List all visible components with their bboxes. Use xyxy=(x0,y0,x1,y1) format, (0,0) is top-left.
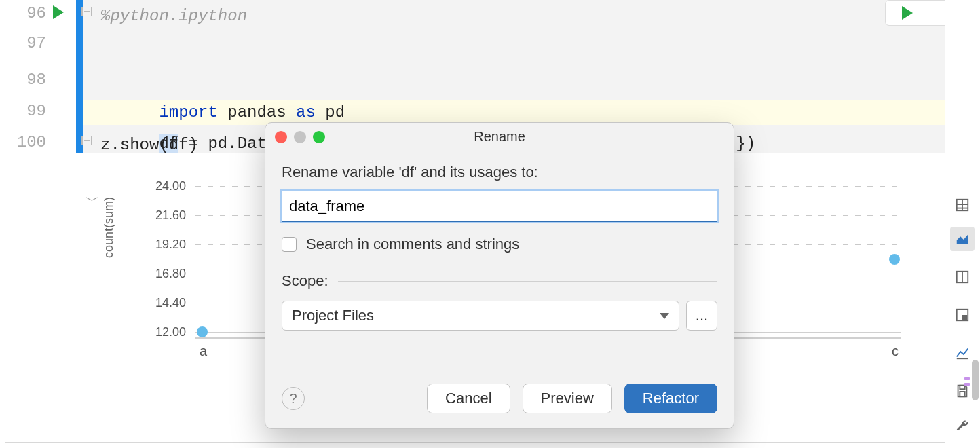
chart-category-label: c xyxy=(892,343,899,359)
chevron-down-icon xyxy=(660,313,669,319)
new-name-input[interactable] xyxy=(282,191,717,222)
line-number: 99 xyxy=(8,102,46,120)
svg-rect-7 xyxy=(963,316,967,320)
chart-tick: 19.20 xyxy=(138,238,186,252)
help-button[interactable]: ? xyxy=(282,387,305,410)
line-chart-icon[interactable] xyxy=(950,341,975,365)
gutter: 96 97 98 99 100 xyxy=(0,0,76,448)
help-label: ? xyxy=(289,391,297,407)
search-comments-label: Search in comments and strings xyxy=(306,236,519,253)
area-chart-icon[interactable] xyxy=(950,227,975,251)
cell-marker xyxy=(76,0,83,153)
scope-label: Scope: xyxy=(282,272,328,290)
chart-point-a xyxy=(197,326,208,337)
svg-rect-9 xyxy=(960,386,964,390)
preview-button[interactable]: Preview xyxy=(523,384,612,413)
chart-category-label: a xyxy=(200,343,207,359)
chart-point-c xyxy=(889,254,900,265)
run-cell-icon[interactable] xyxy=(53,5,64,19)
search-comments-checkbox[interactable] xyxy=(282,237,297,252)
fold-marker[interactable] xyxy=(84,11,90,12)
chart-tick: 24.00 xyxy=(138,179,186,193)
zoom-window-icon[interactable] xyxy=(313,131,325,143)
chart-tick: 14.40 xyxy=(138,296,186,310)
fold-marker[interactable] xyxy=(84,140,90,141)
run-icon[interactable] xyxy=(902,6,913,20)
close-window-icon[interactable] xyxy=(275,131,287,143)
cancel-button[interactable]: Cancel xyxy=(427,384,510,413)
line-number: 97 xyxy=(8,34,46,52)
scope-more-button[interactable]: ... xyxy=(686,301,717,331)
cancel-label: Cancel xyxy=(445,390,491,407)
dialog-prompt: Rename variable 'df' and its usages to: xyxy=(282,164,717,181)
line-number: 96 xyxy=(8,4,46,22)
split-view-icon[interactable] xyxy=(950,265,975,289)
settings-wrench-icon[interactable] xyxy=(950,414,975,438)
line-number: 98 xyxy=(8,71,46,89)
dialog-title: Rename xyxy=(265,129,734,145)
refactor-label: Refactor xyxy=(643,390,699,407)
divider xyxy=(5,442,945,443)
refactor-button[interactable]: Refactor xyxy=(624,384,717,413)
line-number: 100 xyxy=(8,133,46,151)
scope-select[interactable]: Project Files xyxy=(282,301,679,331)
table-view-icon[interactable] xyxy=(950,193,975,217)
result-view-toolbar xyxy=(945,0,980,448)
chart-tick: 12.00 xyxy=(138,325,186,339)
rename-dialog: Rename Rename variable 'df' and its usag… xyxy=(265,122,734,429)
collapse-output-icon[interactable]: ﹀ xyxy=(86,191,99,210)
svg-rect-10 xyxy=(960,392,964,396)
expand-icon[interactable] xyxy=(950,303,975,327)
chart-tick: 16.80 xyxy=(138,267,186,281)
code-text: %python.ipython xyxy=(100,7,247,25)
divider xyxy=(338,281,718,282)
chart-tick: 21.60 xyxy=(138,208,186,223)
chart-y-axis-label: count(sum) xyxy=(102,197,116,258)
minimize-window-icon[interactable] xyxy=(294,131,306,143)
marker-icon xyxy=(964,377,980,386)
scope-value: Project Files xyxy=(292,307,374,324)
preview-label: Preview xyxy=(541,390,594,407)
ellipsis-label: ... xyxy=(696,307,708,324)
code-text: z.show(df) xyxy=(100,136,198,154)
dialog-titlebar[interactable]: Rename xyxy=(265,123,734,151)
